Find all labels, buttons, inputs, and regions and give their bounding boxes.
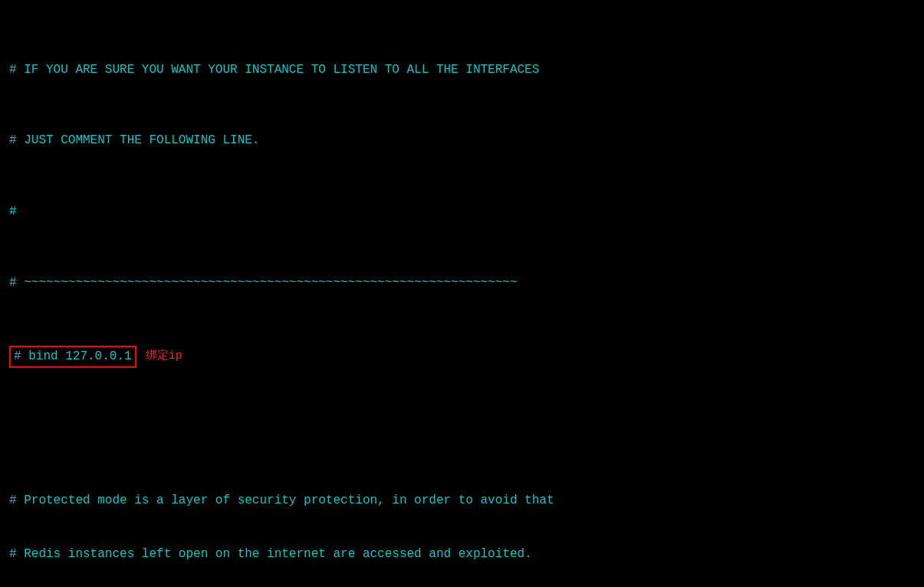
bind-line: # bind 127.0.0.1 绑定ip	[9, 346, 915, 368]
line-2: # JUST COMMENT THE FOLLOWING LINE.	[9, 132, 915, 149]
line-8: # Redis instances left open on the inter…	[9, 546, 915, 563]
line-3-text: #	[9, 203, 17, 221]
line-4: # ~~~~~~~~~~~~~~~~~~~~~~~~~~~~~~~~~~~~~~…	[9, 274, 915, 292]
line-7-text: # Protected mode is a layer of security …	[9, 492, 554, 510]
line-2-text: # JUST COMMENT THE FOLLOWING LINE.	[9, 132, 259, 149]
line-8-text: # Redis instances left open on the inter…	[9, 546, 532, 563]
bind-annotation: 绑定ip	[146, 348, 182, 365]
line-1-text: # IF YOU ARE SURE YOU WANT YOUR INSTANCE…	[9, 61, 539, 79]
line-1: # IF YOU ARE SURE YOU WANT YOUR INSTANCE…	[9, 61, 915, 79]
bind-code: # bind 127.0.0.1	[9, 346, 136, 368]
code-display: # IF YOU ARE SURE YOU WANT YOUR INSTANCE…	[9, 8, 915, 587]
line-7: # Protected mode is a layer of security …	[9, 492, 915, 510]
empty-line-1	[9, 421, 915, 438]
line-3: #	[9, 203, 915, 221]
line-4-text: # ~~~~~~~~~~~~~~~~~~~~~~~~~~~~~~~~~~~~~~…	[9, 274, 518, 292]
